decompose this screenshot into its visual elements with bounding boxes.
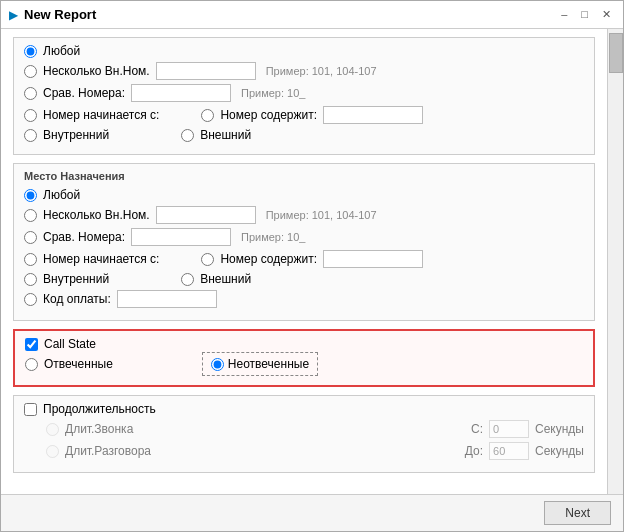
call-state-checkbox-row: Call State — [25, 337, 583, 351]
duration-razgovora-row: Длит.Разговора До: Секунды — [24, 442, 584, 460]
scrollbar[interactable] — [607, 29, 623, 494]
dest-kod-input[interactable] — [117, 290, 217, 308]
duration-checkbox[interactable] — [24, 403, 37, 416]
duration-zvonka-row: Длит.Звонка С: Секунды — [24, 420, 584, 438]
dest-nach-label[interactable]: Номер начинается с: — [43, 252, 159, 266]
dest-vnesh-radio[interactable] — [181, 273, 194, 286]
call-state-radio-row: Отвеченные Неотвеченные — [25, 355, 583, 373]
duration-from-input[interactable] — [489, 420, 529, 438]
window-controls: – □ ✕ — [557, 8, 615, 21]
scroll-content: Любой Несколько Вн.Ном. Пример: 101, 104… — [1, 29, 607, 494]
bottom-bar: Next — [1, 494, 623, 531]
call-state-checkbox[interactable] — [25, 338, 38, 351]
dest-neskol-row: Несколько Вн.Ном. Пример: 101, 104-107 — [24, 206, 584, 224]
next-button[interactable]: Next — [544, 501, 611, 525]
dest-section: Место Назначения Любой Несколько Вн.Ном.… — [13, 163, 595, 321]
main-window: ▶ New Report – □ ✕ Любой Несколько Вн.Но… — [0, 0, 624, 532]
content-area: Любой Несколько Вн.Ном. Пример: 101, 104… — [1, 29, 623, 494]
dest-lyuboi-radio[interactable] — [24, 189, 37, 202]
source-neskol-row: Несколько Вн.Ном. Пример: 101, 104-107 — [24, 62, 584, 80]
dest-lyuboi-row: Любой — [24, 188, 584, 202]
source-lyuboi-label[interactable]: Любой — [43, 44, 80, 58]
duration-zvonka-radio[interactable] — [46, 423, 59, 436]
dest-nach-radio[interactable] — [24, 253, 37, 266]
title-bar-left: ▶ New Report — [9, 7, 96, 22]
duration-zvonka-label: Длит.Звонка — [65, 422, 133, 436]
dest-nach-row: Номер начинается с: Номер содержит: — [24, 250, 584, 268]
dest-kod-radio[interactable] — [24, 293, 37, 306]
dest-neskol-input[interactable] — [156, 206, 256, 224]
call-state-label[interactable]: Call State — [44, 337, 96, 351]
duration-razgovora-label: Длит.Разговора — [65, 444, 151, 458]
dest-vnesh-label[interactable]: Внешний — [200, 272, 251, 286]
source-vnesh-label[interactable]: Внешний — [200, 128, 251, 142]
source-section: Любой Несколько Вн.Ном. Пример: 101, 104… — [13, 37, 595, 155]
dest-section-title: Место Назначения — [24, 170, 584, 182]
maximize-button[interactable]: □ — [577, 8, 592, 21]
source-srav-row: Срав. Номера: Пример: 10_ — [24, 84, 584, 102]
source-vnutr-label[interactable]: Внутренний — [43, 128, 109, 142]
source-srav-radio[interactable] — [24, 87, 37, 100]
dest-vnutr-label[interactable]: Внутренний — [43, 272, 109, 286]
dest-srav-row: Срав. Номера: Пример: 10_ — [24, 228, 584, 246]
minimize-button[interactable]: – — [557, 8, 571, 21]
dest-neskol-radio[interactable] — [24, 209, 37, 222]
dest-srav-label[interactable]: Срав. Номера: — [43, 230, 125, 244]
source-neskol-label[interactable]: Несколько Вн.Ном. — [43, 64, 150, 78]
neotvechennye-label[interactable]: Неотвеченные — [228, 357, 309, 371]
duration-to-unit: Секунды — [535, 444, 584, 458]
dest-neskol-hint: Пример: 101, 104-107 — [266, 209, 377, 221]
dest-neskol-label[interactable]: Несколько Вн.Ном. — [43, 208, 150, 222]
dest-soder-radio[interactable] — [201, 253, 214, 266]
source-vn-row: Внутренний Внешний — [24, 128, 584, 142]
otvechennye-radio[interactable] — [25, 358, 38, 371]
duration-to-input[interactable] — [489, 442, 529, 460]
neotvechennye-radio[interactable] — [211, 358, 224, 371]
dest-vn-row: Внутренний Внешний — [24, 272, 584, 286]
source-vnesh-radio[interactable] — [181, 129, 194, 142]
dest-vnutr-radio[interactable] — [24, 273, 37, 286]
report-icon: ▶ — [9, 8, 18, 22]
source-vnutr-radio[interactable] — [24, 129, 37, 142]
source-nach-label[interactable]: Номер начинается с: — [43, 108, 159, 122]
duration-to-label: До: — [465, 444, 483, 458]
window-title: New Report — [24, 7, 96, 22]
source-soder-label[interactable]: Номер содержит: — [220, 108, 317, 122]
otvechennye-label[interactable]: Отвеченные — [44, 357, 113, 371]
dest-kod-row: Код оплаты: — [24, 290, 584, 308]
source-neskol-input[interactable] — [156, 62, 256, 80]
source-lyuboi-radio[interactable] — [24, 45, 37, 58]
dest-kod-label[interactable]: Код оплаты: — [43, 292, 111, 306]
dest-srav-radio[interactable] — [24, 231, 37, 244]
duration-from-label: С: — [471, 422, 483, 436]
dest-srav-hint: Пример: 10_ — [241, 231, 305, 243]
duration-checkbox-row: Продолжительность — [24, 402, 584, 416]
source-neskol-hint: Пример: 101, 104-107 — [266, 65, 377, 77]
dest-soder-label[interactable]: Номер содержит: — [220, 252, 317, 266]
duration-section: Продолжительность Длит.Звонка С: Секунды… — [13, 395, 595, 473]
dest-srav-input[interactable] — [131, 228, 231, 246]
title-bar: ▶ New Report – □ ✕ — [1, 1, 623, 29]
source-neskol-radio[interactable] — [24, 65, 37, 78]
source-srav-label[interactable]: Срав. Номера: — [43, 86, 125, 100]
source-soder-input[interactable] — [323, 106, 423, 124]
call-state-section: Call State Отвеченные Неотвеченные — [13, 329, 595, 387]
source-srav-input[interactable] — [131, 84, 231, 102]
source-srav-hint: Пример: 10_ — [241, 87, 305, 99]
duration-label[interactable]: Продолжительность — [43, 402, 156, 416]
source-lyuboi-row: Любой — [24, 44, 584, 58]
dest-soder-input[interactable] — [323, 250, 423, 268]
source-nach-radio[interactable] — [24, 109, 37, 122]
source-soder-radio[interactable] — [201, 109, 214, 122]
duration-razgovora-radio[interactable] — [46, 445, 59, 458]
duration-from-unit: Секунды — [535, 422, 584, 436]
neotvechennye-container: Неотвеченные — [205, 355, 315, 373]
scrollbar-thumb[interactable] — [609, 33, 623, 73]
source-nach-row: Номер начинается с: Номер содержит: — [24, 106, 584, 124]
dest-lyuboi-label[interactable]: Любой — [43, 188, 80, 202]
close-button[interactable]: ✕ — [598, 8, 615, 21]
